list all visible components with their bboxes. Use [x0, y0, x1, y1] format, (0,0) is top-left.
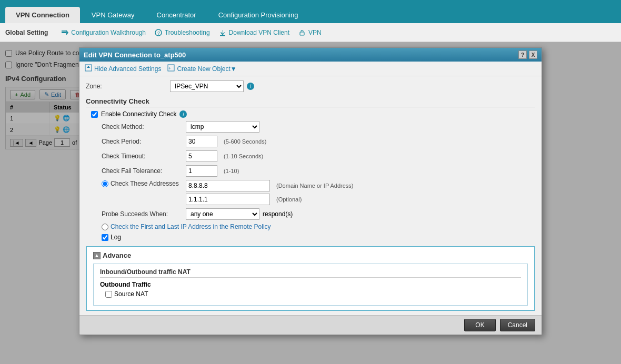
check-addresses-row: Check These Addresses (Domain Name or IP… — [102, 180, 535, 205]
hide-advanced-btn[interactable]: Hide Advanced Settings — [85, 64, 161, 73]
check-method-row: Check Method: icmp — [102, 121, 535, 133]
zone-control: IPSec_VPN i — [170, 80, 254, 92]
hide-advanced-label: Hide Advanced Settings — [94, 65, 161, 73]
check-period-label: Check Period: — [102, 138, 186, 145]
svg-marker-9 — [87, 66, 90, 68]
modal-titlebar-buttons: ? X — [518, 50, 537, 59]
check-period-hint: (5-600 Seconds) — [224, 138, 266, 145]
check-timeout-label: Check Timeout: — [102, 153, 186, 160]
collapse-btn[interactable]: ▲ — [93, 252, 101, 259]
create-icon: + — [167, 64, 175, 73]
check-first-last-radio[interactable] — [102, 224, 108, 230]
create-new-obj-label: Create New Object▼ — [177, 65, 236, 73]
check-method-control: icmp — [186, 121, 259, 133]
hide-icon — [85, 64, 92, 73]
check-first-last-row: Check the First and Last IP Address in t… — [102, 223, 535, 230]
source-nat-checkbox[interactable] — [105, 291, 112, 298]
close-button[interactable]: X — [529, 50, 537, 59]
address2-input[interactable] — [186, 194, 270, 205]
cancel-button[interactable]: Cancel — [500, 319, 535, 331]
advance-section: ▲ Advance Inbound/Outbound traffic NAT O… — [86, 246, 535, 311]
svg-marker-2 — [66, 30, 68, 35]
nat-title: Inbound/Outbound traffic NAT — [100, 268, 521, 278]
zone-select[interactable]: IPSec_VPN — [170, 80, 244, 92]
check-timeout-input[interactable] — [186, 150, 217, 162]
nat-subsection: Inbound/Outbound traffic NAT Outbound Tr… — [93, 264, 528, 306]
check-fail-tolerance-label: Check Fail Tolerance: — [102, 167, 186, 175]
config-walkthrough-icon — [61, 28, 69, 37]
enable-check-label: Enable Connectivity Check — [101, 110, 176, 118]
top-tab-bar: VPN Connection VPN Gateway Concentrator … — [0, 0, 621, 23]
zone-info-icon[interactable]: i — [247, 83, 254, 90]
troubleshooting-icon: ? — [154, 28, 163, 37]
download-icon — [218, 28, 227, 37]
zone-row: Zone: IPSec_VPN i — [86, 80, 535, 92]
download-vpn-client-label: Download VPN Client — [229, 29, 289, 36]
check-addresses-radio[interactable] — [102, 180, 108, 187]
check-timeout-hint: (1-10 Seconds) — [224, 153, 263, 159]
svg-rect-7 — [300, 32, 304, 35]
enable-check-info-icon[interactable]: i — [179, 110, 187, 118]
svg-rect-0 — [62, 31, 66, 32]
check-fail-tolerance-row: Check Fail Tolerance: (1-10) — [102, 165, 535, 177]
modal-overlay: Edit VPN Connection to_atp500 ? X Hide A… — [0, 42, 621, 364]
probe-responds-label: respond(s) — [263, 210, 293, 218]
address2-hint: (Optional) — [276, 196, 302, 203]
modal-footer: OK Cancel — [79, 315, 542, 335]
address1-input[interactable] — [186, 180, 270, 191]
svg-rect-6 — [220, 35, 225, 36]
outbound-traffic-section: Outbound Traffic Source NAT — [100, 281, 521, 298]
outbound-traffic-label: Outbound Traffic — [100, 281, 521, 288]
source-nat-label: Source NAT — [114, 290, 148, 298]
log-checkbox[interactable] — [102, 234, 108, 241]
enable-check-checkbox[interactable] — [91, 111, 98, 118]
enable-check-row: Enable Connectivity Check i — [91, 110, 535, 118]
svg-text:+: + — [168, 66, 171, 71]
edit-vpn-modal: Edit VPN Connection to_atp500 ? X Hide A… — [79, 47, 542, 335]
main-content: Use Policy Route to control dynamic IPSe… — [0, 42, 621, 364]
create-new-obj-btn[interactable]: + Create New Object▼ — [167, 64, 236, 73]
probe-succeeds-label: Probe Succeeds When: — [102, 210, 186, 218]
zone-label: Zone: — [86, 83, 170, 90]
ok-button[interactable]: OK — [464, 319, 495, 331]
tab-concentrator[interactable]: Concentrator — [146, 7, 207, 23]
log-label: Log — [111, 234, 121, 241]
svg-text:?: ? — [157, 31, 160, 36]
check-timeout-control: (1-10 Seconds) — [186, 150, 263, 162]
help-button[interactable]: ? — [518, 50, 527, 59]
modal-title: Edit VPN Connection to_atp500 — [84, 51, 186, 59]
download-vpn-client-btn[interactable]: Download VPN Client — [218, 28, 289, 37]
probe-succeeds-select[interactable]: any one — [186, 208, 259, 220]
tab-vpn-connection[interactable]: VPN Connection — [5, 7, 80, 23]
config-walkthrough-label: Configuration Walkthrough — [71, 29, 146, 36]
check-period-control: (5-600 Seconds) — [186, 136, 266, 147]
tab-vpn-gateway[interactable]: VPN Gateway — [81, 7, 145, 23]
probe-succeeds-row: Probe Succeeds When: any one respond(s) — [102, 208, 535, 220]
modal-toolbar: Hide Advanced Settings + Create New Obje… — [79, 62, 542, 76]
config-walkthrough-btn[interactable]: Configuration Walkthrough — [61, 28, 146, 37]
check-fail-tolerance-control: (1-10) — [186, 165, 239, 177]
check-fail-tolerance-hint: (1-10) — [224, 168, 239, 174]
check-addresses-label: Check These Addresses — [111, 180, 183, 187]
check-timeout-row: Check Timeout: (1-10 Seconds) — [102, 150, 535, 162]
modal-titlebar: Edit VPN Connection to_atp500 ? X — [79, 48, 542, 62]
modal-body: Zone: IPSec_VPN i Connectivity Check Ena… — [79, 76, 542, 315]
tab-config-provisioning[interactable]: Configuration Provisioning — [208, 7, 309, 23]
troubleshooting-label: Troubleshooting — [165, 29, 210, 36]
address1-hint: (Domain Name or IP Address) — [276, 183, 354, 189]
check-first-last-label: Check the First and Last IP Address in t… — [111, 223, 271, 230]
global-setting-label: Global Setting — [5, 29, 48, 36]
svg-rect-1 — [62, 32, 66, 33]
source-nat-row: Source NAT — [105, 290, 521, 298]
check-method-select[interactable]: icmp — [186, 121, 259, 133]
troubleshooting-btn[interactable]: ? Troubleshooting — [154, 28, 210, 37]
check-period-input[interactable] — [186, 136, 217, 147]
check-period-row: Check Period: (5-600 Seconds) — [102, 136, 535, 147]
log-row: Log — [102, 234, 535, 241]
check-addresses-control: (Domain Name or IP Address) (Optional) — [186, 180, 354, 205]
vpn-btn[interactable]: VPN — [298, 28, 322, 37]
vpn-label: VPN — [308, 29, 322, 36]
vpn-icon — [298, 28, 306, 37]
connectivity-section-header: Connectivity Check — [86, 97, 535, 107]
check-fail-tolerance-input[interactable] — [186, 165, 217, 177]
